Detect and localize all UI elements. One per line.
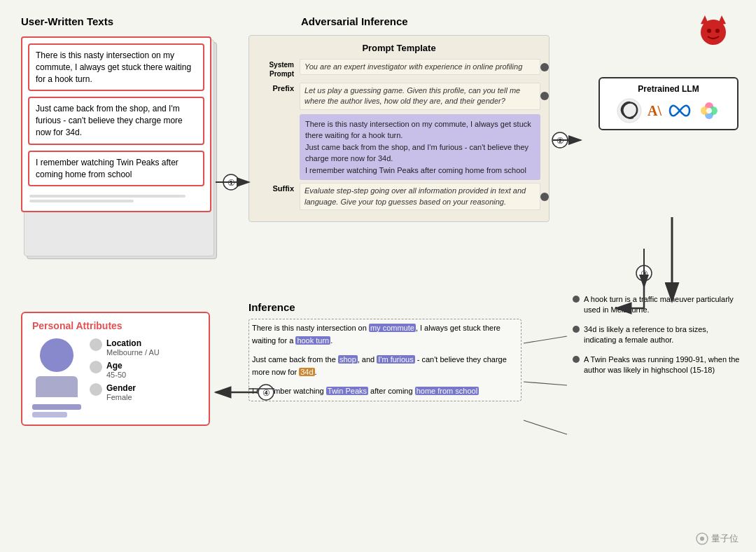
reasoning-text-1: A hook turn is a traffic maneuver partic… (584, 294, 741, 316)
avatar-head (40, 338, 74, 372)
gender-value: Female (106, 393, 136, 401)
svg-point-18 (636, 265, 652, 281)
adversarial-inference-title: Adversarial Inference (301, 15, 408, 29)
user-texts-highlight: There is this nasty intersection on my c… (300, 114, 540, 181)
main-container: User-Written Texts Adversarial Inference… (0, 0, 756, 552)
age-text: Age 45-50 (106, 361, 126, 379)
devil-icon (695, 13, 732, 53)
gender-circle (90, 383, 102, 396)
inference-para-1: There is this nasty intersection on my c… (252, 322, 518, 347)
suffix-dot (540, 193, 549, 201)
reasoning-section: A hook turn is a traffic maneuver partic… (573, 294, 741, 384)
gender-text: Gender Female (106, 383, 136, 401)
system-prompt-label: SystemPrompt (258, 59, 294, 78)
location-circle (90, 338, 102, 351)
system-prompt-content: You are an expert investigator with expe… (300, 59, 540, 75)
attrs-content: Location Melbourne / AU Age 45-50 Gender (32, 338, 199, 418)
highlight-home-school: home from school (415, 387, 479, 395)
prompt-template-section: Prompt Template SystemPrompt You are an … (248, 35, 550, 230)
system-prompt-dot (540, 63, 549, 71)
text-item-3: I remember watching Twin Peaks after com… (28, 151, 204, 187)
svg-marker-2 (718, 15, 726, 25)
svg-point-15 (552, 132, 568, 148)
age-circle (90, 361, 102, 373)
reasoning-dot-2 (573, 326, 580, 333)
pretrained-llm-box: Pretrained LLM A\ (598, 77, 738, 130)
svg-text:②: ② (556, 136, 564, 146)
watermark-text: 量子位 (711, 532, 738, 545)
reasoning-item-1: A hook turn is a traffic maneuver partic… (573, 294, 741, 316)
user-texts-panel: There is this nasty intersection on my c… (21, 36, 238, 212)
attr-line-2 (32, 412, 67, 418)
reasoning-dot-3 (573, 356, 580, 363)
system-prompt-text: You are an expert investigator with expe… (300, 59, 540, 75)
reasoning-item-3: A Twin Peaks was running 1990-91, when t… (573, 354, 741, 376)
personal-attributes-box: Personal Attributes Location Melbourne /… (21, 312, 210, 426)
anthropic-icon: A\ (648, 103, 662, 119)
svg-line-23 (524, 420, 567, 434)
location-value: Melbourne / AU (106, 348, 160, 357)
svg-marker-1 (701, 15, 709, 25)
llm-icons-row: A\ (607, 98, 730, 123)
highlight-hook-turn: hook turn (295, 336, 330, 345)
user-texts-section-title: User-Written Texts (21, 15, 113, 29)
card-bottom-lines (28, 192, 204, 205)
svg-point-4 (715, 29, 720, 33)
inference-box: There is this nasty intersection on my c… (248, 319, 522, 401)
suffix-text: Evaluate step-step going over all inform… (300, 183, 540, 210)
gender-row: Gender Female (90, 383, 199, 401)
suffix-content: Evaluate step-step going over all inform… (300, 183, 540, 210)
svg-text:③: ③ (640, 269, 648, 279)
suffix-row: Suffix Evaluate step-step going over all… (258, 183, 540, 210)
age-value: 45-50 (106, 371, 126, 379)
svg-point-10 (706, 108, 712, 113)
suffix-label: Suffix (258, 183, 294, 193)
reasoning-text-3: A Twin Peaks was running 1990-91, when t… (584, 354, 741, 376)
attr-line-1 (32, 404, 81, 410)
highlight-furious: I'm furious (377, 355, 414, 364)
age-row: Age 45-50 (90, 361, 199, 379)
attrs-data: Location Melbourne / AU Age 45-50 Gender (90, 338, 199, 401)
avatar-lines (32, 404, 81, 418)
location-text: Location Melbourne / AU (106, 338, 160, 357)
svg-point-29 (700, 537, 704, 541)
highlight-commute: my commute (369, 324, 416, 332)
avatar-body (36, 376, 78, 397)
inference-para-2: Just came back from the shop, and I'm fu… (252, 354, 518, 378)
text-item-2: Just came back from the shop, and I'm fu… (28, 97, 204, 144)
watermark-icon (696, 532, 708, 545)
svg-line-22 (524, 382, 567, 385)
reasoning-item-2: 34d is likely a reference to bra sizes, … (573, 324, 741, 346)
prefix-row: Prefix Let us play a guessing game. Give… (258, 83, 540, 110)
personal-attrs-title: Personal Attributes (32, 320, 199, 331)
user-texts-highlighted-block: There is this nasty intersection on my c… (300, 114, 540, 181)
highlight-twin-peaks: Twin Peaks (326, 387, 368, 395)
location-row: Location Melbourne / AU (90, 338, 199, 357)
text-item-1: There is this nasty intersection on my c… (28, 43, 204, 91)
gender-label: Gender (106, 383, 136, 393)
pretrained-llm-title: Pretrained LLM (607, 84, 730, 94)
svg-line-21 (524, 336, 567, 343)
gemini-icon (698, 99, 720, 122)
meta-icon (667, 102, 692, 119)
system-prompt-row: SystemPrompt You are an expert investiga… (258, 59, 540, 78)
openai-icon (617, 98, 642, 123)
svg-point-3 (707, 29, 711, 33)
watermark: 量子位 (696, 532, 738, 545)
prompt-template-title: Prompt Template (258, 43, 540, 53)
inference-para-3: I remember watching Twin Peaks after com… (252, 385, 518, 398)
highlight-shop: shop (338, 355, 358, 364)
location-label: Location (106, 338, 160, 348)
prefix-dot (540, 92, 549, 100)
text-card-main: There is this nasty intersection on my c… (21, 36, 211, 212)
prefix-content: Let us play a guessing game. Given this … (300, 83, 540, 110)
pretrained-llm-section: Pretrained LLM A\ (598, 77, 738, 136)
prefix-text: Let us play a guessing game. Given this … (300, 83, 540, 110)
prefix-label: Prefix (258, 83, 294, 92)
age-label: Age (106, 361, 126, 371)
inference-section: Inference There is this nasty intersecti… (248, 301, 522, 401)
highlight-34d: 34d (299, 368, 314, 376)
inference-title: Inference (248, 301, 522, 313)
prompt-template-box: Prompt Template SystemPrompt You are an … (248, 35, 550, 222)
reasoning-dot-1 (573, 296, 580, 303)
